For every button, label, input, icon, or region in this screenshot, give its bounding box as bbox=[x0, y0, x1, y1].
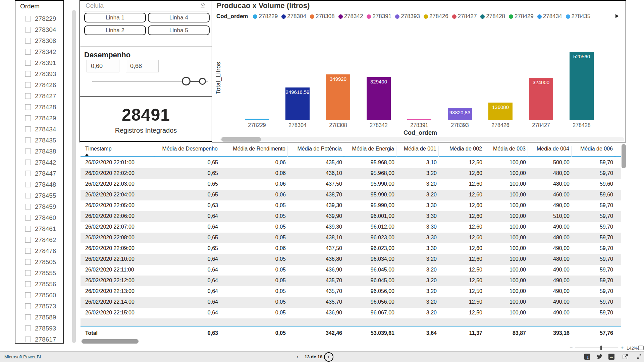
bar-278393[interactable]: 93820,83 bbox=[448, 108, 472, 120]
linkedin-icon[interactable]: in bbox=[608, 354, 614, 360]
ordem-item-278460[interactable]: 278460 bbox=[15, 213, 63, 224]
table-row[interactable]: 26/02/2020 22:05:000,630,05439,3095.990,… bbox=[80, 200, 621, 211]
ordem-item-278617[interactable]: 278617 bbox=[15, 334, 63, 344]
microsoft-powerbi-link[interactable]: Microsoft Power BI bbox=[4, 354, 41, 359]
sort-ascending-icon[interactable] bbox=[85, 154, 89, 156]
checkbox[interactable] bbox=[25, 226, 31, 232]
checkbox[interactable] bbox=[25, 337, 31, 342]
checkbox[interactable] bbox=[25, 148, 31, 154]
column-header-timestamp[interactable]: Timestamp bbox=[80, 146, 154, 157]
table-row[interactable]: 26/02/2020 22:13:000,640,05435,7096.056,… bbox=[80, 286, 621, 297]
chart-horizontal-scrollbar-thumb[interactable] bbox=[221, 137, 261, 142]
ordem-item-278391[interactable]: 278391 bbox=[15, 58, 63, 69]
ordem-item-278434[interactable]: 278434 bbox=[15, 124, 63, 135]
checkbox[interactable] bbox=[25, 259, 31, 265]
column-header-4[interactable]: Média de Energia bbox=[344, 146, 396, 157]
twitter-icon[interactable] bbox=[596, 354, 603, 360]
zoom-out-button[interactable]: − bbox=[570, 345, 573, 351]
checkbox[interactable] bbox=[25, 281, 31, 287]
zoom-in-button[interactable]: + bbox=[621, 345, 624, 351]
checkbox[interactable] bbox=[25, 303, 31, 309]
ordem-item-278438[interactable]: 278438 bbox=[15, 146, 63, 157]
bar-278308[interactable]: 349920 bbox=[326, 74, 350, 120]
table-horizontal-scrollbar-thumb[interactable] bbox=[82, 339, 139, 344]
share-icon[interactable] bbox=[622, 354, 628, 360]
checkbox[interactable] bbox=[25, 204, 31, 209]
checkbox[interactable] bbox=[25, 325, 31, 331]
ordem-item-278462[interactable]: 278462 bbox=[15, 235, 63, 246]
table-row[interactable]: 26/02/2020 22:01:000,650,06435,4095.968,… bbox=[80, 158, 621, 168]
ordem-item-278505[interactable]: 278505 bbox=[15, 257, 63, 268]
checkbox[interactable] bbox=[25, 93, 31, 99]
ordem-item-278428[interactable]: 278428 bbox=[15, 102, 63, 113]
linha-2-button[interactable]: Linha 2 bbox=[84, 25, 146, 35]
checkbox[interactable] bbox=[25, 71, 31, 77]
bar-278427[interactable]: 324000 bbox=[529, 78, 553, 120]
fit-to-page-icon[interactable] bbox=[638, 346, 644, 350]
column-header-5[interactable]: Média de 001 bbox=[396, 146, 439, 157]
column-header-6[interactable]: Média de 002 bbox=[439, 146, 484, 157]
ordem-item-278304[interactable]: 278304 bbox=[15, 24, 63, 36]
checkbox[interactable] bbox=[25, 160, 31, 165]
bar-278391[interactable] bbox=[407, 119, 431, 120]
ordem-item-278393[interactable]: 278393 bbox=[15, 69, 63, 80]
checkbox[interactable] bbox=[25, 82, 31, 88]
ordem-item-278555[interactable]: 278555 bbox=[15, 268, 63, 279]
checkbox[interactable] bbox=[25, 104, 31, 110]
checkbox[interactable] bbox=[25, 215, 31, 221]
zoom-slider-track[interactable] bbox=[575, 348, 618, 348]
column-header-7[interactable]: Média de 003 bbox=[484, 146, 528, 157]
celula-search-input[interactable]: Celula bbox=[86, 2, 104, 9]
ordem-item-278589[interactable]: 278589 bbox=[15, 312, 63, 323]
ordem-item-278455[interactable]: 278455 bbox=[15, 190, 63, 201]
linha-4-button[interactable]: Linha 4 bbox=[148, 13, 210, 22]
checkbox[interactable] bbox=[25, 137, 31, 143]
ordem-scrollbar[interactable] bbox=[72, 10, 76, 343]
table-row[interactable]: 26/02/2020 22:06:000,640,05439,9096.001,… bbox=[80, 211, 621, 222]
ordem-item-278459[interactable]: 278459 bbox=[15, 201, 63, 213]
checkbox[interactable] bbox=[25, 126, 31, 132]
checkbox[interactable] bbox=[25, 16, 31, 21]
table-row[interactable]: 26/02/2020 22:10:000,640,05436,8096.034,… bbox=[80, 254, 621, 265]
checkbox[interactable] bbox=[25, 248, 31, 254]
checkbox[interactable] bbox=[25, 314, 31, 320]
column-header-10[interactable]: M bbox=[615, 146, 621, 157]
ordem-item-278427[interactable]: 278427 bbox=[15, 91, 63, 102]
table-row[interactable]: 26/02/2020 22:08:000,650,05438,1096.023,… bbox=[80, 233, 621, 243]
table-row[interactable]: 26/02/2020 22:09:000,650,06437,5096.023,… bbox=[80, 243, 621, 254]
bar-278342[interactable]: 329400 bbox=[367, 77, 391, 120]
ordem-item-278442[interactable]: 278442 bbox=[15, 157, 63, 168]
desempenho-max-input[interactable]: 0,68 bbox=[126, 60, 159, 72]
facebook-icon[interactable]: f bbox=[584, 354, 590, 360]
ordem-item-278461[interactable]: 278461 bbox=[15, 224, 63, 235]
column-header-3[interactable]: Média de Potência bbox=[288, 146, 344, 157]
checkbox[interactable] bbox=[25, 27, 31, 33]
desempenho-slider-handle-max[interactable] bbox=[199, 78, 206, 85]
table-row[interactable]: 26/02/2020 22:15:000,640,05436,9096.067,… bbox=[80, 308, 621, 318]
ordem-item-278429[interactable]: 278429 bbox=[15, 113, 63, 124]
table-row[interactable]: 26/02/2020 22:11:000,640,05436,9096.045,… bbox=[80, 265, 621, 276]
bar-278428[interactable]: 520560 bbox=[570, 52, 594, 120]
table-row[interactable]: 26/02/2020 22:12:000,640,05435,7096.045,… bbox=[80, 276, 621, 286]
ordem-item-278447[interactable]: 278447 bbox=[15, 168, 63, 179]
table-row[interactable]: 26/02/2020 22:02:000,650,06436,1095.968,… bbox=[80, 168, 621, 179]
zoom-slider-thumb[interactable] bbox=[600, 346, 602, 350]
ordem-item-278426[interactable]: 278426 bbox=[15, 80, 63, 91]
ordem-item-278556[interactable]: 278556 bbox=[15, 279, 63, 290]
column-header-2[interactable]: Média de Rendimento bbox=[220, 146, 288, 157]
previous-page-icon[interactable]: ‹ bbox=[297, 354, 299, 360]
ordem-item-278593[interactable]: 278593 bbox=[15, 323, 63, 334]
checkbox[interactable] bbox=[25, 171, 31, 176]
checkbox[interactable] bbox=[25, 193, 31, 198]
column-header-1[interactable]: Média de Desempenho bbox=[154, 146, 220, 157]
eraser-icon[interactable] bbox=[200, 2, 206, 8]
expand-icon[interactable] bbox=[636, 354, 642, 359]
table-row[interactable]: 26/02/2020 22:14:000,640,05435,7096.056,… bbox=[80, 297, 621, 308]
ordem-item-278308[interactable]: 278308 bbox=[15, 36, 63, 47]
column-header-8[interactable]: Média de 004 bbox=[528, 146, 572, 157]
ordem-item-278573[interactable]: 278573 bbox=[15, 301, 63, 312]
table-row[interactable]: 26/02/2020 22:04:000,650,06438,7095.990,… bbox=[80, 190, 621, 200]
chart-horizontal-scrollbar[interactable] bbox=[220, 137, 624, 142]
ordem-item-278342[interactable]: 278342 bbox=[15, 47, 63, 58]
ordem-item-278560[interactable]: 278560 bbox=[15, 290, 63, 301]
